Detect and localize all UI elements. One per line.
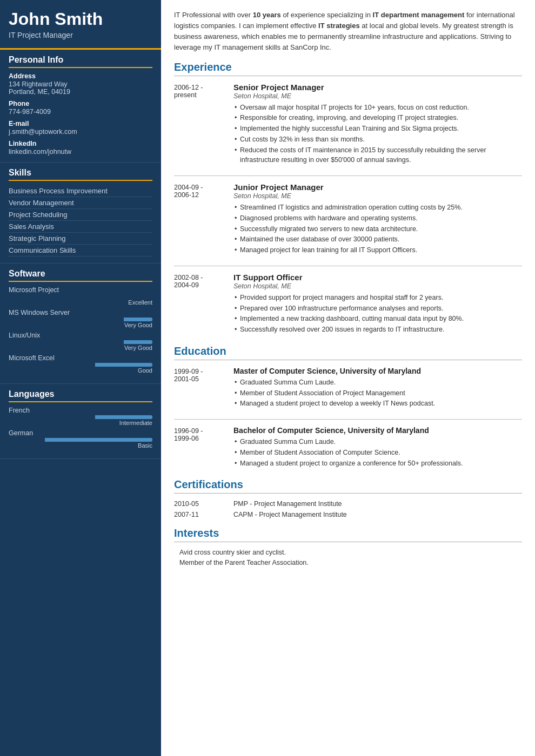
bullet-item: Managed a student project to develop a w… <box>233 399 522 409</box>
language-bar <box>9 415 152 419</box>
job-company: Seton Hospital, ME <box>233 92 522 100</box>
languages-section: Languages French Intermediate German Bas… <box>0 384 161 459</box>
education-item: 1999-09 -2001-05 Master of Computer Scie… <box>174 367 522 409</box>
skill-item: Strategic Planning <box>9 233 152 245</box>
software-bar <box>9 318 152 321</box>
education-detail: Master of Computer Science, University o… <box>233 367 522 409</box>
software-level: Good <box>9 367 152 374</box>
education-item: 1996-09 -1999-06 Bachelor of Computer Sc… <box>174 426 522 469</box>
job-title: IT Support Officer <box>233 273 522 282</box>
cert-date: 2010-05 <box>174 500 233 508</box>
experience-item: 2002-08 -2004-09 IT Support Officer Seto… <box>174 273 522 335</box>
skill-item: Sales Analysis <box>9 221 152 233</box>
linkedin-value: linkedin.com/johnutw <box>9 148 152 156</box>
email-value: j.smith@uptowork.com <box>9 128 152 136</box>
experience-section: Experience 2006-12 -present Senior Proje… <box>174 61 522 335</box>
bullet-item: Diagnosed problems with hardware and ope… <box>233 213 522 224</box>
software-name: Linux/Unix <box>9 332 152 339</box>
experience-detail: Junior Project Manager Seton Hospital, M… <box>233 183 522 256</box>
experience-item: 2006-12 -present Senior Project Manager … <box>174 83 522 166</box>
software-level: Very Good <box>9 322 152 328</box>
sidebar-header: John Smith IT Project Manager <box>0 0 161 50</box>
cert-date: 2007-11 <box>174 511 233 518</box>
bullet-item: Responsible for creating, improving, and… <box>233 113 522 123</box>
software-bar <box>9 295 152 299</box>
job-title: Senior Project Manager <box>233 83 522 92</box>
cert-name: PMP - Project Management Institute <box>233 500 342 508</box>
languages-heading: Languages <box>9 389 152 402</box>
cert-name: CAPM - Project Management Institute <box>233 511 347 518</box>
software-heading: Software <box>9 269 152 282</box>
education-section: Education 1999-09 -2001-05 Master of Com… <box>174 345 522 469</box>
software-item: MS Windows Server Very Good <box>9 309 152 328</box>
experience-heading: Experience <box>174 61 522 76</box>
language-level: Basic <box>9 442 152 449</box>
job-title: Junior Project Manager <box>233 183 522 192</box>
candidate-name: John Smith <box>9 10 152 29</box>
experience-date: 2002-08 -2004-09 <box>174 273 233 335</box>
bullet-item: Managed project for lean training for al… <box>233 245 522 255</box>
interests-heading: Interests <box>174 527 522 542</box>
cert-row: 2010-05 PMP - Project Management Institu… <box>174 500 522 508</box>
experience-detail: Senior Project Manager Seton Hospital, M… <box>233 83 522 166</box>
bullet-item: Oversaw all major hospital IT projects f… <box>233 103 522 113</box>
language-item: French Intermediate <box>9 407 152 426</box>
bullet-item: Provided support for project managers an… <box>233 293 522 303</box>
software-name: Microsoft Excel <box>9 354 152 362</box>
software-level: Excellent <box>9 299 152 306</box>
bullet-item: Maintained the user database of over 300… <box>233 234 522 245</box>
language-item: German Basic <box>9 429 152 449</box>
sidebar: John Smith IT Project Manager Personal I… <box>0 0 161 756</box>
address-label: Address <box>9 72 152 80</box>
cert-row: 2007-11 CAPM - Project Management Instit… <box>174 511 522 518</box>
job-bullets: Provided support for project managers an… <box>233 293 522 335</box>
bullet-item: Member of Student Association of Compute… <box>233 448 522 458</box>
email-label: E-mail <box>9 120 152 127</box>
software-bar <box>9 363 152 367</box>
certifications-section: Certifications 2010-05 PMP - Project Man… <box>174 478 522 518</box>
job-company: Seton Hospital, ME <box>233 192 522 200</box>
bullet-item: Graduated Summa Cum Laude. <box>233 437 522 447</box>
skill-item: Project Scheduling <box>9 209 152 221</box>
interest-item: Member of the Parent Teacher Association… <box>174 559 522 566</box>
bullet-item: Graduated Summa Cum Laude. <box>233 377 522 388</box>
software-name: MS Windows Server <box>9 309 152 316</box>
bullet-item: Successfully resolved over 200 issues in… <box>233 325 522 335</box>
skills-heading: Skills <box>9 168 152 181</box>
skills-section: Skills Business Process ImprovementVendo… <box>0 163 161 264</box>
education-date: 1996-09 -1999-06 <box>174 426 233 469</box>
phone-label: Phone <box>9 100 152 107</box>
personal-info-section: Personal Info Address 134 Rightward Way … <box>0 50 161 163</box>
software-level: Very Good <box>9 345 152 351</box>
candidate-title: IT Project Manager <box>9 31 152 39</box>
experience-date: 2004-09 -2006-12 <box>174 183 233 256</box>
software-item: Microsoft Project Excellent <box>9 286 152 306</box>
skill-item: Communication Skills <box>9 245 152 256</box>
skill-item: Vendor Management <box>9 197 152 209</box>
bullet-item: Managed a student project to organize a … <box>233 458 522 469</box>
software-bar <box>9 340 152 344</box>
education-date: 1999-09 -2001-05 <box>174 367 233 409</box>
bullet-item: Prepared over 100 infrastructure perform… <box>233 303 522 314</box>
experience-detail: IT Support Officer Seton Hospital, ME Pr… <box>233 273 522 335</box>
edu-bullets: Graduated Summa Cum Laude.Member of Stud… <box>233 377 522 409</box>
education-detail: Bachelor of Computer Science, University… <box>233 426 522 469</box>
main-content: IT Professional with over 10 years of ex… <box>161 0 535 756</box>
software-item: Linux/Unix Very Good <box>9 332 152 351</box>
skill-item: Business Process Improvement <box>9 185 152 197</box>
bullet-item: Reduced the costs of IT maintenance in 2… <box>233 145 522 166</box>
language-name: French <box>9 407 152 414</box>
software-section: Software Microsoft Project Excellent MS … <box>0 264 161 384</box>
edu-bullets: Graduated Summa Cum Laude.Member of Stud… <box>233 437 522 468</box>
software-name: Microsoft Project <box>9 286 152 294</box>
interests-section: Interests Avid cross country skier and c… <box>174 527 522 566</box>
language-bar <box>9 438 152 442</box>
language-name: German <box>9 429 152 437</box>
bullet-item: Member of Student Association of Project… <box>233 388 522 399</box>
bullet-item: Implemented the highly successful Lean T… <box>233 124 522 134</box>
edu-degree: Bachelor of Computer Science, University… <box>233 426 522 435</box>
address-line1: 134 Rightward Way <box>9 80 152 88</box>
bullet-item: Implemented a new tracking dashboard, cu… <box>233 314 522 324</box>
phone-value: 774-987-4009 <box>9 108 152 116</box>
software-item: Microsoft Excel Good <box>9 354 152 374</box>
